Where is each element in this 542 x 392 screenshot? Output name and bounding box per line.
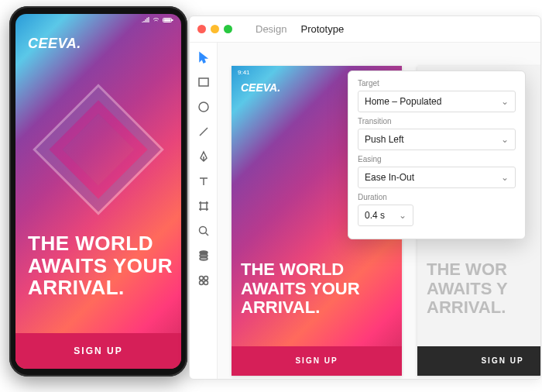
status-time: 9:41 xyxy=(238,69,250,76)
close-icon[interactable] xyxy=(197,25,206,33)
svg-point-9 xyxy=(200,257,208,260)
svg-rect-1 xyxy=(172,19,173,21)
zoom-tool[interactable] xyxy=(197,224,211,238)
svg-rect-2 xyxy=(164,19,171,22)
headline-line: AWAITS YOUR xyxy=(241,280,360,298)
easing-select[interactable]: Ease In-Out ⌄ xyxy=(358,167,516,188)
svg-point-10 xyxy=(199,277,203,280)
duration-value: 0.4 s xyxy=(365,210,385,221)
headline: THE WORLD AWAITS YOUR ARRIVAL. xyxy=(28,232,173,299)
chevron-down-icon: ⌄ xyxy=(399,210,406,221)
status-bar xyxy=(142,17,173,23)
maximize-icon[interactable] xyxy=(224,25,232,33)
headline: THE WOR AWAITS Y ARRIVAL. xyxy=(427,260,508,317)
easing-value: Ease In-Out xyxy=(365,172,414,183)
svg-point-12 xyxy=(199,281,203,285)
transition-value: Push Left xyxy=(365,134,404,145)
minimize-icon[interactable] xyxy=(211,25,219,33)
duration-select[interactable]: 0.4 s ⌄ xyxy=(358,205,413,226)
text-tool[interactable] xyxy=(197,174,211,188)
headline-line: THE WOR xyxy=(427,260,508,279)
wifi-icon xyxy=(153,17,160,23)
svg-point-6 xyxy=(199,227,206,234)
design-app-window: Design Prototype xyxy=(189,15,541,380)
target-value: Home – Populated xyxy=(365,96,441,107)
signup-button[interactable]: SIGN UP xyxy=(15,333,181,369)
left-toolbar xyxy=(190,43,218,379)
target-label: Target xyxy=(358,79,516,88)
interaction-popover: Target Home – Populated ⌄ Transition Pus… xyxy=(348,70,526,239)
transition-select[interactable]: Push Left ⌄ xyxy=(358,129,516,150)
hero-graphic xyxy=(33,84,164,215)
artboard-tool[interactable] xyxy=(197,199,211,213)
canvas[interactable]: 9:41 CEEVA THE WORLD AWAITS YOUR ARRIVAL… xyxy=(218,43,540,379)
tab-prototype[interactable]: Prototype xyxy=(300,19,344,40)
line-tool[interactable] xyxy=(197,125,211,139)
headline-line: THE WORLD xyxy=(28,232,173,255)
chevron-down-icon: ⌄ xyxy=(501,96,509,107)
headline-line: AWAITS Y xyxy=(427,280,508,298)
svg-point-11 xyxy=(204,277,208,280)
pen-tool[interactable] xyxy=(197,150,211,163)
svg-point-4 xyxy=(199,102,208,112)
battery-icon xyxy=(163,17,173,23)
headline-line: ARRIVAL. xyxy=(28,277,173,299)
device-screen: CEEVA THE WORLD AWAITS YOUR ARRIVAL. SIG… xyxy=(15,14,181,369)
headline-line: AWAITS YOUR xyxy=(28,255,173,277)
svg-rect-5 xyxy=(201,203,207,209)
signup-button[interactable]: SIGN UP xyxy=(232,346,402,376)
target-select[interactable]: Home – Populated ⌄ xyxy=(358,91,516,112)
transition-label: Transition xyxy=(358,117,516,126)
chevron-down-icon: ⌄ xyxy=(501,134,509,145)
chevron-down-icon: ⌄ xyxy=(501,172,509,183)
titlebar: Design Prototype xyxy=(190,16,540,43)
tab-design[interactable]: Design xyxy=(256,19,286,40)
brand-logo: CEEVA xyxy=(241,81,280,94)
headline-line: ARRIVAL. xyxy=(241,298,360,317)
select-tool[interactable] xyxy=(197,50,211,64)
mode-tabs: Design Prototype xyxy=(256,19,344,40)
signup-button[interactable]: SIGN UP xyxy=(417,346,540,376)
device-phone: CEEVA THE WORLD AWAITS YOUR ARRIVAL. SIG… xyxy=(9,6,187,377)
svg-rect-3 xyxy=(199,78,208,86)
window-controls[interactable] xyxy=(197,25,232,33)
headline-line: ARRIVAL. xyxy=(427,298,508,317)
rectangle-tool[interactable] xyxy=(197,75,211,89)
layers-icon[interactable] xyxy=(197,249,211,263)
headline: THE WORLD AWAITS YOUR ARRIVAL. xyxy=(241,260,360,317)
signal-icon xyxy=(142,17,149,23)
headline-line: THE WORLD xyxy=(241,260,360,279)
brand-logo: CEEVA xyxy=(28,36,81,52)
easing-label: Easing xyxy=(358,155,516,163)
duration-label: Duration xyxy=(358,193,516,201)
svg-point-13 xyxy=(204,281,208,285)
ellipse-tool[interactable] xyxy=(197,100,211,114)
components-icon[interactable] xyxy=(197,273,211,287)
